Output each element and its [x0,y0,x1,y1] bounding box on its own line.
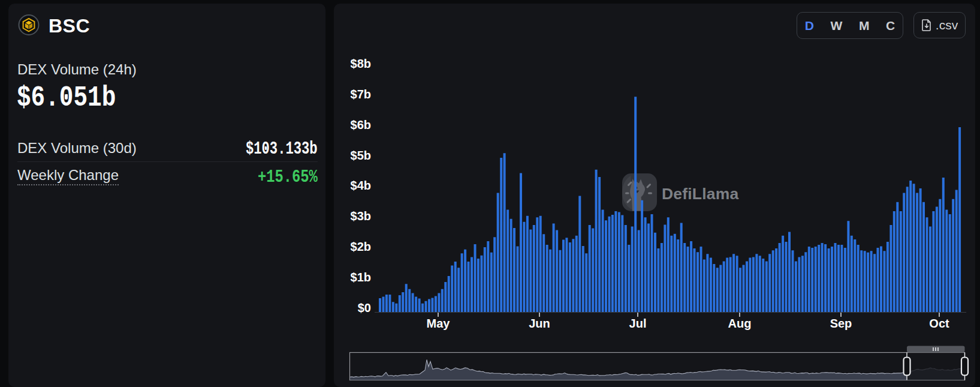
svg-text:Jul: Jul [629,317,647,330]
svg-text:$7b: $7b [351,88,371,101]
svg-text:$8b: $8b [351,57,371,70]
svg-text:Aug: Aug [728,317,752,330]
svg-text:Oct: Oct [929,317,949,330]
svg-text:$5b: $5b [351,149,371,162]
svg-text:Sep: Sep [830,317,852,330]
svg-text:May: May [427,317,451,330]
svg-text:$1b: $1b [351,271,371,284]
svg-text:DefiLlama: DefiLlama [662,185,739,203]
svg-text:$4b: $4b [351,179,371,192]
svg-text:$3b: $3b [351,209,371,223]
svg-text:$2b: $2b [351,240,371,253]
svg-text:$0: $0 [358,301,371,314]
svg-text:Jun: Jun [529,317,550,330]
svg-text:$6b: $6b [351,118,371,131]
